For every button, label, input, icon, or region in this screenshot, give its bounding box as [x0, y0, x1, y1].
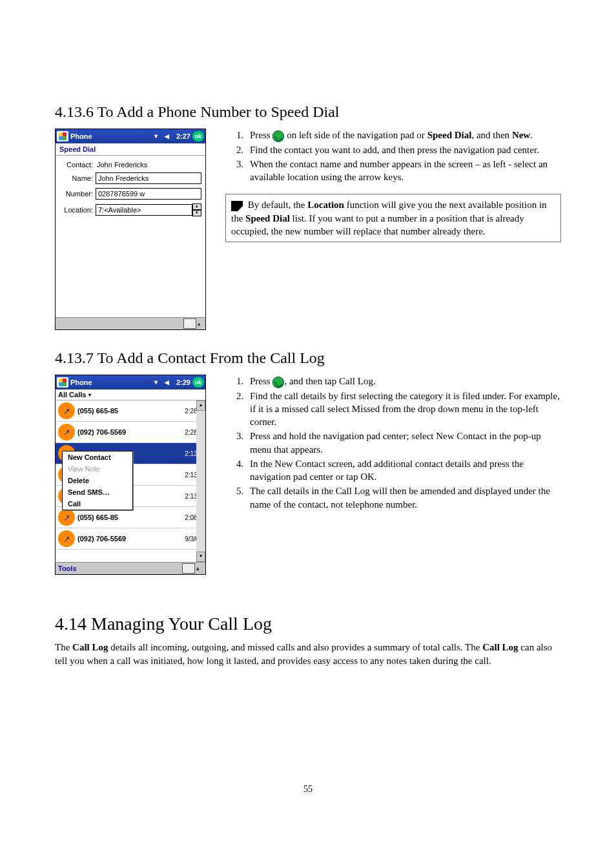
call-row[interactable]: ↗(092) 706-55692:28 p	[56, 422, 205, 443]
context-menu-item[interactable]: Delete	[63, 475, 132, 486]
call-row[interactable]: ↗(092) 706-55699/3/01	[56, 528, 205, 550]
volume-icon	[165, 132, 174, 141]
ok-button[interactable]: ok	[192, 131, 204, 141]
section-4-14: 4.14 Managing Your Call Log The Call Log…	[55, 614, 561, 668]
number-input[interactable]: 0287876599 w	[96, 188, 201, 200]
note-icon	[231, 201, 243, 211]
talk-button-icon	[272, 130, 284, 142]
windows-icon	[57, 131, 68, 141]
titlebar-app: Phone	[70, 132, 92, 140]
signal-icon	[154, 378, 163, 387]
location-input[interactable]: 7:<Available>	[96, 204, 192, 216]
contact-label: Contact:	[59, 161, 96, 169]
context-menu-item[interactable]: View Note	[63, 463, 132, 475]
call-row[interactable]: ↗(055) 665-852:28 p	[56, 400, 205, 422]
call-type-icon: ↗	[58, 530, 75, 547]
section-4-13-6: 4.13.6 To Add a Phone Number to Speed Di…	[55, 103, 561, 330]
titlebar-app: Phone	[70, 378, 92, 386]
signal-icon	[154, 132, 163, 141]
context-menu-item[interactable]: Call	[63, 498, 132, 510]
up-arrow-icon[interactable]: ▴	[198, 320, 204, 327]
call-number: (055) 665-85	[77, 513, 185, 521]
clock: 2:29	[176, 378, 190, 386]
steps-4-13-6: Press on left side of the navigation pad…	[228, 129, 561, 183]
location-spinner[interactable]: ▴▾	[192, 203, 201, 216]
titlebar: Phone 2:29 ok	[56, 375, 205, 389]
number-label: Number:	[59, 190, 96, 198]
step: When the contact name and number appears…	[246, 158, 561, 184]
step: In the New Contact screen, add additiona…	[246, 457, 561, 484]
talk-button-icon	[272, 377, 284, 388]
windows-icon	[57, 377, 68, 388]
context-menu-item[interactable]: Send SMS…	[63, 486, 132, 498]
call-type-icon: ↗	[58, 424, 75, 441]
steps-4-13-7: Press , and then tap Call Log. Find the …	[228, 375, 561, 511]
screen-name: Speed Dial	[56, 143, 205, 156]
note-box: By default, the Location function will g…	[225, 194, 561, 242]
call-type-icon: ↗	[58, 509, 75, 526]
call-type-icon: ↗	[58, 402, 75, 419]
heading-4-14: 4.14 Managing Your Call Log	[55, 614, 561, 634]
name-input[interactable]: John Fredericks	[96, 172, 201, 184]
section-4-13-7: 4.13.7 To Add a Contact From the Call Lo…	[55, 349, 561, 575]
volume-icon	[165, 378, 174, 387]
location-label: Location:	[59, 206, 96, 214]
step: The call details in the Call Log will th…	[246, 484, 561, 511]
call-number: (055) 665-85	[77, 407, 185, 415]
scrollbar[interactable]: ▴▾	[196, 400, 205, 562]
tools-bar[interactable]: Tools▴	[56, 562, 205, 574]
bottom-bar: ▴	[56, 317, 205, 329]
page-number: 55	[55, 784, 561, 794]
step: Press and hold the navigation pad center…	[246, 430, 561, 456]
keyboard-icon[interactable]	[182, 563, 195, 574]
step: Press on left side of the navigation pad…	[246, 129, 561, 142]
keyboard-icon[interactable]	[183, 318, 196, 329]
name-label: Name:	[59, 174, 96, 182]
step: Find the contact you want to add, and th…	[246, 143, 561, 156]
context-menu-item[interactable]: New Contact	[63, 451, 132, 463]
heading-4-13-7: 4.13.7 To Add a Contact From the Call Lo…	[55, 349, 561, 367]
heading-4-13-6: 4.13.6 To Add a Phone Number to Speed Di…	[55, 103, 561, 121]
step: Press , and then tap Call Log.	[246, 375, 561, 388]
device-screenshot-speeddial: Phone 2:27 ok Speed Dial Contact:John Fr…	[55, 129, 206, 330]
context-menu: New ContactView NoteDeleteSend SMS…Call	[62, 451, 133, 510]
call-number: (092) 706-5569	[77, 535, 185, 543]
clock: 2:27	[176, 132, 190, 140]
filter-dropdown[interactable]: All Calls	[56, 389, 205, 400]
step: Find the call details by first selecting…	[246, 389, 561, 429]
contact-value: John Fredericks	[96, 161, 147, 169]
up-arrow-icon[interactable]: ▴	[196, 565, 203, 572]
ok-button[interactable]: ok	[192, 377, 204, 388]
device-screenshot-calllog: Phone 2:29 ok All Calls ↗(055) 665-852:2…	[55, 375, 206, 575]
titlebar: Phone 2:27 ok	[56, 129, 205, 143]
call-number: (092) 706-5569	[77, 428, 185, 436]
body-text: The Call Log details all incoming, outgo…	[55, 641, 561, 668]
